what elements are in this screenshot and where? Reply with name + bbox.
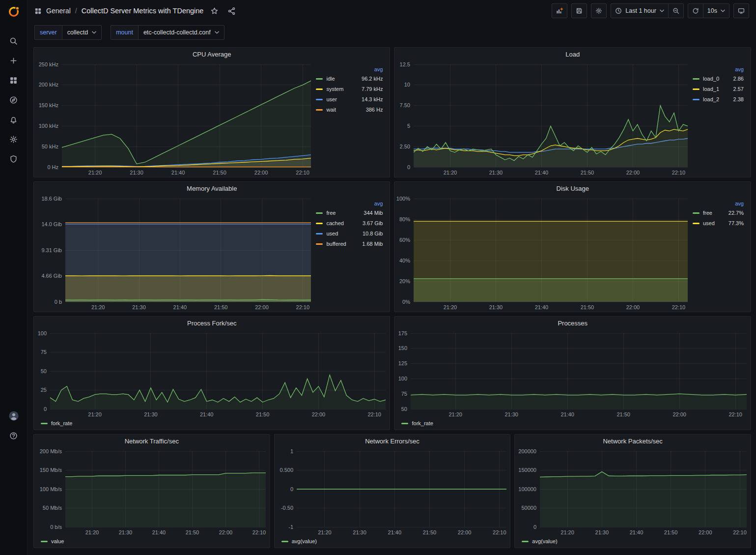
svg-text:9.31 Gib: 9.31 Gib <box>41 247 62 253</box>
legend-label: used <box>703 220 725 226</box>
legend-item[interactable]: used77.3% <box>693 220 744 226</box>
save-dashboard-button[interactable] <box>571 3 587 18</box>
svg-text:14.0 Gib: 14.0 Gib <box>41 221 62 227</box>
refresh-button[interactable] <box>688 3 703 18</box>
svg-text:22:10: 22:10 <box>296 170 309 175</box>
svg-text:40%: 40% <box>399 258 410 263</box>
svg-text:2.50: 2.50 <box>400 144 410 149</box>
zoom-out-time-button[interactable] <box>669 3 684 18</box>
series-color-dash <box>316 223 323 224</box>
panel-title-network-traffic-sec[interactable]: Network Traffic/sec <box>34 435 270 447</box>
sidebar-item-create[interactable] <box>5 53 23 68</box>
legend-avg-value: 77.3% <box>728 220 744 226</box>
legend-item[interactable]: load_12.57 <box>693 86 744 92</box>
shield-icon <box>9 155 18 163</box>
add-panel-button[interactable] <box>552 3 567 18</box>
svg-text:100 kHz: 100 kHz <box>39 123 58 129</box>
legend-avg-value: 2.57 <box>733 86 744 92</box>
sidebar-item-help[interactable] <box>5 428 23 443</box>
legend-item[interactable]: load_22.38 <box>693 96 744 102</box>
legend-item[interactable]: cached3.67 Gib <box>316 220 383 226</box>
chart-canvas[interactable]: -1-0.5000.500121:2021:3021:4021:5022:002… <box>275 447 510 537</box>
svg-text:125: 125 <box>398 360 407 366</box>
legend-label: user <box>326 96 358 102</box>
panel-title-network-errors-sec[interactable]: Network Errors/sec <box>275 435 510 447</box>
svg-text:22:10: 22:10 <box>252 529 266 535</box>
disk-usage-chart: 0%20%40%60%80%100%21:2021:3021:4021:5022… <box>394 195 692 312</box>
legend-item[interactable]: idle96.2 kHz <box>316 76 383 82</box>
svg-text:21:30: 21:30 <box>489 170 503 175</box>
toolbar: Last 1 hour 10s <box>552 3 749 18</box>
legend-item[interactable]: buffered1.68 Mib <box>316 241 383 247</box>
svg-text:21:40: 21:40 <box>152 529 166 535</box>
refresh-icon <box>692 7 699 14</box>
panel-title-memory-available[interactable]: Memory Available <box>34 182 390 195</box>
legend-item[interactable]: value <box>41 538 64 544</box>
svg-text:5: 5 <box>407 123 410 129</box>
legend-item[interactable]: load_02.86 <box>693 76 744 82</box>
share-dashboard-button[interactable] <box>226 6 237 16</box>
star-dashboard-button[interactable] <box>209 6 220 16</box>
legend-item[interactable]: avg(value) <box>281 538 317 544</box>
legend-item[interactable]: used10.8 Gib <box>316 231 383 236</box>
legend-item[interactable]: avg(value) <box>522 538 557 544</box>
sidebar-item-dashboards[interactable] <box>5 73 23 88</box>
legend-item[interactable]: fork_rate <box>401 420 433 426</box>
legend-item[interactable]: fork_rate <box>41 420 72 426</box>
sidebar-item-profile[interactable] <box>5 409 23 423</box>
svg-text:0: 0 <box>533 524 536 530</box>
legend-avg-header[interactable]: avg <box>316 201 383 206</box>
svg-text:0 b: 0 b <box>55 299 62 305</box>
legend-label: value <box>51 538 64 544</box>
dashboard-settings-button[interactable] <box>591 3 607 18</box>
variable-mount-value[interactable]: etc-collectd-collectd.conf <box>138 25 224 40</box>
chart-canvas[interactable]: 0%20%40%60%80%100%21:2021:3021:4021:5022… <box>394 195 692 312</box>
legend-label: used <box>326 231 359 236</box>
panel-title-disk-usage[interactable]: Disk Usage <box>394 182 751 195</box>
svg-text:22:00: 22:00 <box>254 170 268 175</box>
time-range-button[interactable]: Last 1 hour <box>611 3 669 18</box>
legend-avg-header[interactable]: avg <box>316 66 383 72</box>
chart-canvas[interactable]: 507510012515017521:2021:3021:4021:5022:0… <box>394 329 751 419</box>
chart-canvas[interactable]: 0 b4.66 Gib9.31 Gib14.0 Gib18.6 Gib21:20… <box>34 195 315 312</box>
legend-label: system <box>326 86 358 92</box>
legend-item[interactable]: user14.3 kHz <box>316 96 383 102</box>
panel-title-load[interactable]: Load <box>394 48 751 60</box>
panel-title-process-fork-sec[interactable]: Process Fork/sec <box>34 317 390 329</box>
legend-label: fork_rate <box>412 420 433 426</box>
sidebar-item-server-admin[interactable] <box>5 151 23 166</box>
star-icon <box>210 7 219 15</box>
sidebar-item-configuration[interactable] <box>5 132 23 146</box>
svg-text:0.500: 0.500 <box>280 467 293 473</box>
svg-text:175: 175 <box>398 330 407 336</box>
breadcrumb-folder[interactable]: General <box>46 7 71 15</box>
legend-item[interactable]: free344 Mib <box>316 210 383 216</box>
panel-title-network-packets-sec[interactable]: Network Packets/sec <box>515 435 751 447</box>
chart-canvas[interactable]: 025507510021:2021:3021:4021:5022:0022:10 <box>34 329 390 419</box>
chart-canvas[interactable]: 0 b/s50 Mb/s100 Mb/s150 Mb/s200 Mb/s21:2… <box>34 447 270 537</box>
grafana-logo[interactable] <box>6 4 22 20</box>
panel-title-processes[interactable]: Processes <box>394 317 751 329</box>
refresh-interval-button[interactable]: 10s <box>703 3 729 18</box>
legend-item[interactable]: free22.7% <box>693 210 744 216</box>
top-nav: General / CollectD Server Metrics with T… <box>28 0 756 22</box>
chart-canvas[interactable]: 02.5057.501012.521:2021:3021:4021:5022:0… <box>394 60 692 177</box>
sidebar-item-explore[interactable] <box>5 92 23 107</box>
legend-item[interactable]: system7.79 kHz <box>316 86 383 92</box>
sidebar-item-search[interactable] <box>5 33 23 48</box>
svg-text:21:20: 21:20 <box>561 529 575 535</box>
svg-text:21:50: 21:50 <box>186 529 199 535</box>
sidebar-item-alerting[interactable] <box>5 112 23 127</box>
chart-canvas[interactable]: 0 Hz50 kHz100 kHz150 kHz200 kHz250 kHz21… <box>34 60 315 177</box>
legend-item[interactable]: wait386 Hz <box>316 107 383 113</box>
legend-label: wait <box>326 107 362 113</box>
processes-legend: fork_rate <box>394 419 751 430</box>
svg-text:21:50: 21:50 <box>214 304 228 310</box>
svg-text:100 Mb/s: 100 Mb/s <box>40 486 62 492</box>
legend-avg-header[interactable]: avg <box>693 201 744 206</box>
panel-title-cpu-average[interactable]: CPU Average <box>34 48 390 60</box>
cycle-view-mode-button[interactable] <box>733 3 749 18</box>
legend-avg-header[interactable]: avg <box>693 66 744 72</box>
chart-canvas[interactable]: 05000010000015000020000021:2021:3021:402… <box>515 447 751 537</box>
variable-server-value[interactable]: collectd <box>62 25 102 40</box>
